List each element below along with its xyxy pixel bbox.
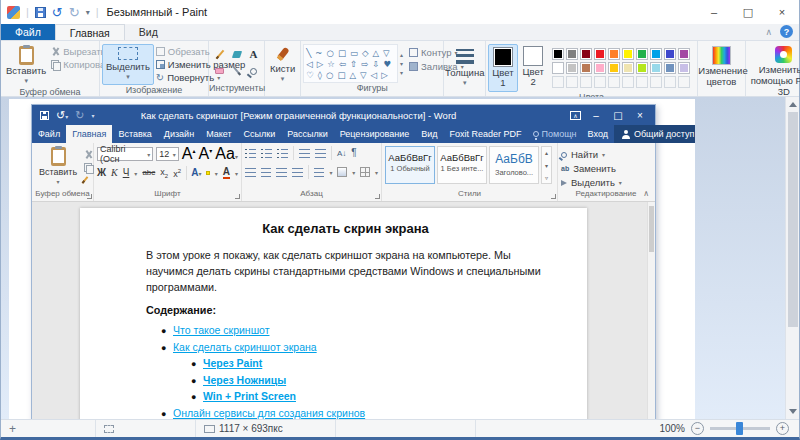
line-spacing-icon[interactable] [314,168,325,177]
word-close-button[interactable]: × [629,110,651,121]
zoom-slider[interactable] [710,427,770,430]
palette-swatch[interactable] [580,48,592,60]
bullet-list-icon[interactable] [245,149,256,158]
palette-swatch-empty[interactable] [650,76,662,88]
edit-colors-button[interactable]: Изменение цветов [695,44,747,96]
tab-view[interactable]: Вид [125,24,172,40]
eraser-tool[interactable] [212,63,228,79]
zoom-out-button[interactable]: − [691,422,704,435]
cut-icon[interactable] [84,150,93,159]
toc-link[interactable]: Win + Print Screen [203,389,296,405]
style-no-spacing[interactable]: АаБбВвГг 1 Без инте... [437,146,487,184]
change-case-button[interactable]: Аа▾ [215,146,238,162]
style-normal[interactable]: АаБбВвГг 1 Обычный [385,146,435,184]
select-button[interactable]: Выделить ▾ [561,177,651,188]
find-button[interactable]: Найти ▾ [561,149,651,160]
palette-swatch[interactable] [650,48,662,60]
palette-swatch-empty[interactable] [678,76,690,88]
pencil-tool[interactable] [212,46,228,62]
thickness-button[interactable]: Толщина ▾ [442,44,487,89]
zoom-slider-thumb[interactable] [736,422,743,435]
palette-swatch-empty[interactable] [580,76,592,88]
palette-swatch[interactable] [608,62,620,74]
text-effects-button[interactable]: А▾ [191,168,201,178]
toc-link[interactable]: Как сделать скриншот экрана [173,340,317,356]
minimize-button[interactable]: – [697,0,731,24]
palette-swatch-empty[interactable] [594,76,606,88]
dialog-launcher-icon[interactable] [87,194,92,199]
toc-link[interactable]: Через Paint [203,356,262,372]
color2-button[interactable]: Цвет 2 [520,44,547,92]
palette-swatch[interactable] [566,48,578,60]
word-paste-button[interactable]: Вставить ▾ [35,146,81,189]
palette-swatch[interactable] [636,62,648,74]
bold-button[interactable]: Ж [97,168,106,178]
palette-swatch[interactable] [678,62,690,74]
palette-swatch-empty[interactable] [608,76,620,88]
highlight-color-icon[interactable] [206,171,209,175]
tab-home[interactable]: Главная [55,24,125,40]
palette-swatch[interactable] [552,62,564,74]
replace-button[interactable]: ab Заменить [561,163,651,174]
help-icon[interactable]: ? [780,25,793,38]
align-center-icon[interactable] [261,168,272,177]
sort-icon[interactable]: А↓ [337,149,346,158]
word-tab-references[interactable]: Ссылки [238,125,282,143]
zoom-in-button[interactable]: + [776,422,789,435]
font-size-combobox[interactable]: 12▾ [156,147,179,161]
paint-scrollbar-thumb[interactable] [788,112,798,327]
maximize-button[interactable]: □ [731,0,765,24]
style-heading1[interactable]: АаБбВ Заголово... [489,146,539,184]
dialog-launcher-icon[interactable] [375,194,380,199]
dialog-launcher-icon[interactable] [551,194,556,199]
close-button[interactable]: × [765,0,799,24]
word-tab-view[interactable]: Вид [415,125,443,143]
brushes-button[interactable]: Кисти ▾ [267,44,298,85]
palette-swatch-empty[interactable] [664,76,676,88]
palette-swatch[interactable] [594,48,606,60]
fill-tool[interactable] [229,46,245,62]
palette-swatch-empty[interactable] [622,76,634,88]
palette-swatch-empty[interactable] [566,76,578,88]
word-tab-home[interactable]: Главная [66,125,112,143]
color1-button[interactable]: Цвет 1 [488,44,517,92]
palette-swatch[interactable] [594,62,606,74]
customize-toolbar-dropdown-icon[interactable]: ▾ [86,8,90,17]
palette-swatch[interactable] [664,62,676,74]
shapes-grid[interactable]: ╲~○□▭◇△▽ ◁▷☆⇦⇧⇨⇩♥ ♡◊○□△▽◁▷ [303,44,398,83]
tell-me-assistant[interactable]: Помощн [528,125,582,143]
font-color-button[interactable]: А [223,167,230,179]
word-tab-design[interactable]: Дизайн [158,125,200,143]
increase-indent-icon[interactable] [315,149,326,158]
align-right-icon[interactable] [276,168,287,177]
palette-swatch[interactable] [636,48,648,60]
text-tool[interactable]: A [246,46,262,62]
palette-swatch-empty[interactable] [552,76,564,88]
word-scrollbar-thumb[interactable] [649,206,654,252]
word-collapse-ribbon-icon[interactable]: ∧ [643,189,649,198]
shading-icon[interactable] [337,167,347,177]
palette-swatch[interactable] [552,48,564,60]
grow-font-button[interactable]: А▴ [182,146,196,162]
shrink-font-button[interactable]: А▾ [199,146,213,162]
select-button[interactable]: Выделить ▾ [102,44,154,85]
dialog-launcher-icon[interactable] [235,194,240,199]
ribbon-display-options-icon[interactable]: ∧ [570,111,581,120]
edit-with-paint3d-button[interactable]: Изменить с помощью Paint 3D [745,44,800,100]
word-tab-layout[interactable]: Макет [200,125,237,143]
multilevel-list-icon[interactable] [277,149,288,158]
word-tab-insert[interactable]: Вставка [112,125,157,143]
word-tab-file[interactable]: Файл [32,125,66,143]
word-tab-review[interactable]: Рецензирование [334,125,416,143]
palette-swatch[interactable] [580,62,592,74]
font-family-combobox[interactable]: Calibri (Осн▾ [97,147,153,161]
justify-icon[interactable] [292,168,303,177]
palette-swatch[interactable] [650,62,662,74]
collapse-ribbon-icon[interactable]: ∧ [765,27,772,37]
palette-swatch[interactable] [566,62,578,74]
word-maximize-button[interactable]: □ [607,110,629,121]
strikethrough-button[interactable]: abc [142,169,155,177]
styles-gallery-scrollbar[interactable]: ▴ ▾ ▿ [541,146,552,184]
decrease-indent-icon[interactable] [299,149,310,158]
word-minimize-button[interactable]: – [585,110,607,121]
